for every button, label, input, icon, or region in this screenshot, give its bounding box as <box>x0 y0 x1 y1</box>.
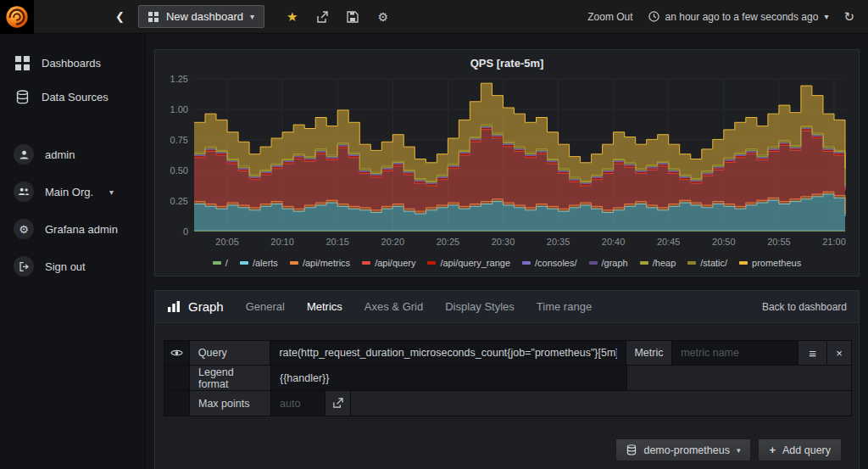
svg-text:20:45: 20:45 <box>657 237 681 247</box>
legend-color-chip <box>589 261 598 265</box>
row-gutter <box>164 366 190 390</box>
legend-item[interactable]: /api/query <box>362 258 415 268</box>
chevron-down-icon: ▾ <box>250 12 254 21</box>
metric-input[interactable] <box>672 341 798 365</box>
gear-icon[interactable]: ⚙ <box>377 10 388 24</box>
legend-color-chip <box>427 261 436 265</box>
svg-text:1.25: 1.25 <box>170 74 188 84</box>
sidebar-item-sign-out[interactable]: Sign out <box>0 248 145 285</box>
legend-color-chip <box>362 261 370 265</box>
star-icon[interactable]: ★ <box>287 9 298 25</box>
legend-series-name: /alerts <box>253 258 278 268</box>
legend-series-name: /consoles/ <box>535 258 577 268</box>
legend-color-chip <box>739 261 748 265</box>
svg-text:20:15: 20:15 <box>326 237 349 247</box>
legend-item[interactable]: /consoles/ <box>522 258 577 268</box>
legend-color-chip <box>687 261 696 265</box>
svg-text:1.00: 1.00 <box>170 104 188 114</box>
legend-item[interactable]: /alerts <box>240 258 278 268</box>
tab-display-styles[interactable]: Display Styles <box>445 300 515 313</box>
users-icon <box>14 181 34 202</box>
remove-query-icon[interactable]: × <box>827 341 851 365</box>
tab-metrics[interactable]: Metrics <box>307 300 342 313</box>
svg-text:20:55: 20:55 <box>767 237 791 247</box>
sidebar-item-grafana-admin[interactable]: ⚙ Grafana admin <box>0 210 145 248</box>
qps-chart-svg[interactable]: 20:0520:1020:1520:2020:2520:3020:3520:40… <box>164 72 852 252</box>
query-editor: Query Metric ≡ × Legend format <box>155 323 859 469</box>
sidebar-item-label: Grafana admin <box>45 223 118 236</box>
share-icon[interactable] <box>316 11 328 23</box>
legend-item[interactable]: /static/ <box>687 258 727 268</box>
external-link-icon[interactable] <box>326 391 351 416</box>
sidebar-divider <box>0 114 145 136</box>
legend-series-name: /static/ <box>700 258 727 268</box>
query-label: Query <box>190 341 271 365</box>
sidebar-item-main-org[interactable]: Main Org. ▾ <box>0 173 145 210</box>
sidebar-item-data-sources[interactable]: Data Sources <box>0 80 145 114</box>
editor-tabbar: Graph General Metrics Axes & Grid Displa… <box>155 291 859 323</box>
time-range-label: an hour ago to a few seconds ago <box>665 11 819 23</box>
legend-color-chip <box>213 261 221 265</box>
sidebar-item-label: Main Org. <box>45 186 93 198</box>
legend-series-name: prometheus <box>752 258 801 268</box>
legend-item[interactable]: /heap <box>640 258 676 268</box>
max-points-row: Max points <box>164 391 852 416</box>
max-points-label: Max points <box>190 391 271 416</box>
dashboard-selector[interactable]: New dashboard ▾ <box>138 5 264 28</box>
panel-editor: Graph General Metrics Axes & Grid Displa… <box>154 290 860 469</box>
svg-text:20:30: 20:30 <box>492 237 515 247</box>
clock-icon <box>648 11 659 22</box>
svg-text:20:25: 20:25 <box>437 237 460 247</box>
zoom-out-button[interactable]: Zoom Out <box>587 11 632 23</box>
user-avatar-icon <box>14 144 34 165</box>
gear-icon: ⚙ <box>14 219 34 239</box>
row-filler <box>627 366 851 390</box>
svg-text:20:50: 20:50 <box>712 237 736 247</box>
grid-icon <box>148 11 159 22</box>
query-input[interactable] <box>270 341 626 365</box>
refresh-icon[interactable]: ↻ <box>843 9 854 25</box>
legend-format-input[interactable] <box>271 366 626 390</box>
sidebar-collapse-icon[interactable]: ❮ <box>115 10 125 23</box>
save-icon[interactable] <box>347 11 359 23</box>
tab-general[interactable]: General <box>246 300 285 313</box>
legend-item[interactable]: prometheus <box>739 258 801 268</box>
svg-text:0: 0 <box>183 226 188 237</box>
panel-title[interactable]: QPS [rate-5m] <box>155 50 859 72</box>
query-row: Query Metric ≡ × <box>164 340 852 366</box>
top-navbar: ❮ New dashboard ▾ ★ ⚙ Zoom Out an hour a… <box>0 0 868 34</box>
legend-item[interactable]: /graph <box>589 258 628 268</box>
legend-color-chip <box>522 261 531 265</box>
time-picker[interactable]: an hour ago to a few seconds ago ▾ <box>648 11 829 23</box>
metric-input-cell <box>672 341 798 365</box>
grid-icon <box>14 54 31 71</box>
navbar-right: Zoom Out an hour ago to a few seconds ag… <box>587 9 868 25</box>
legend-color-chip <box>640 261 648 265</box>
chevron-down-icon: ▾ <box>109 187 114 197</box>
legend-item[interactable]: /api/query_range <box>427 258 510 268</box>
row-filler <box>351 391 851 416</box>
tab-axes-grid[interactable]: Axes & Grid <box>364 300 423 313</box>
toggle-visibility-eye-icon[interactable] <box>164 341 190 365</box>
qps-chart[interactable]: 20:0520:1020:1520:2020:2520:3020:3520:40… <box>155 72 859 255</box>
grafana-logo[interactable] <box>0 0 34 34</box>
query-input-cell <box>270 341 626 365</box>
max-points-input[interactable] <box>271 391 325 416</box>
legend-item[interactable]: / <box>213 258 228 268</box>
database-icon <box>14 88 31 105</box>
svg-text:20:05: 20:05 <box>215 237 239 247</box>
tab-time-range[interactable]: Time range <box>537 300 592 313</box>
editor-panel-type: Graph <box>167 299 224 314</box>
sidebar-item-admin[interactable]: admin <box>0 136 145 173</box>
datasource-button-label: demo-prometheus <box>643 444 729 456</box>
datasource-button[interactable]: demo-prometheus ▾ <box>615 438 751 461</box>
graph-panel: QPS [rate-5m] 20:0520:1020:1520:2020:252… <box>154 49 860 276</box>
grafana-spiral-icon <box>4 4 30 30</box>
sidebar-item-dashboards[interactable]: Dashboards <box>0 46 145 80</box>
add-query-button-label: Add query <box>782 444 831 456</box>
svg-text:0.25: 0.25 <box>170 196 188 206</box>
legend-item[interactable]: /api/metrics <box>290 258 350 268</box>
add-query-button[interactable]: + Add query <box>758 438 842 461</box>
query-menu-icon[interactable]: ≡ <box>798 341 827 365</box>
back-to-dashboard-link[interactable]: Back to dashboard <box>762 301 847 313</box>
